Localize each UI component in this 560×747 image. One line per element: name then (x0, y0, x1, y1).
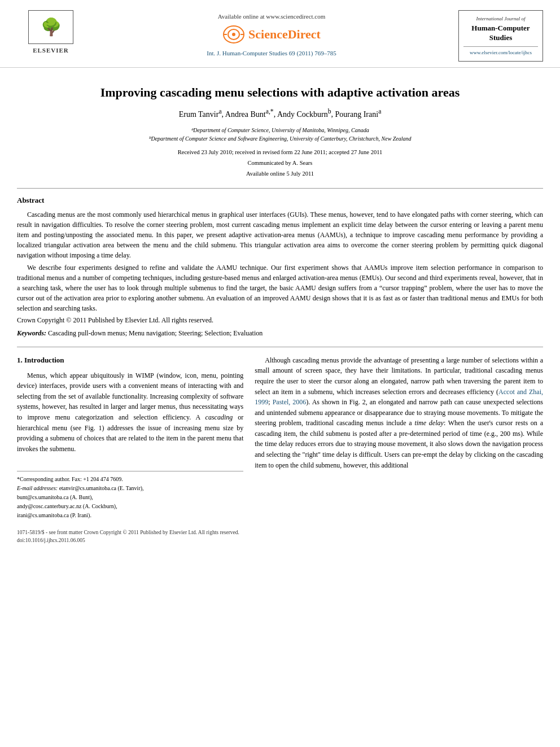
received-text: Received 23 July 2010; received in revis… (17, 147, 543, 158)
elsevier-logo-section: 🌳 ELSEVIER (17, 10, 85, 55)
keywords-line: Keywords: Cascading pull-down menus; Men… (17, 329, 543, 338)
divider-2 (17, 347, 543, 347)
sd-logo-icon (222, 25, 245, 45)
dates-info: Received 23 July 2010; received in revis… (17, 147, 543, 180)
page-wrapper: 🌳 ELSEVIER Available online at www.scien… (0, 0, 560, 747)
left-column: 1. Introduction Menus, which appear ubiq… (17, 355, 243, 521)
intro-paragraph-2: Although cascading menus provide the adv… (255, 355, 543, 471)
sciencedirect-logo: ScienceDirect (222, 25, 321, 45)
corresponding-footnote: *Corresponding author. Fax: +1 204 474 7… (17, 475, 243, 484)
journal-url: www.elsevier.com/locate/ijhcs (463, 46, 538, 56)
abstract-heading: Abstract (17, 195, 543, 206)
journal-link[interactable]: Int. J. Human-Computer Studies 69 (2011)… (207, 49, 336, 58)
communicated-text: Communicated by A. Sears (17, 158, 543, 169)
abstract-text: Cascading menus are the most commonly us… (17, 209, 543, 313)
intro-label: Introduction (24, 356, 64, 364)
sup-a3: a (378, 108, 381, 115)
footer-info: 1071-5819/$ - see front matter Crown Cop… (17, 529, 543, 545)
keywords-label: Keywords: (17, 329, 46, 337)
abstract-paragraph-2: We describe four experiments designed to… (17, 263, 543, 313)
journal-info-box: International Journal of Human-ComputerS… (458, 10, 543, 62)
copyright-text: Crown Copyright © 2011 Published by Else… (17, 316, 543, 325)
right-column: Although cascading menus provide the adv… (255, 355, 543, 521)
sd-name: ScienceDirect (248, 25, 321, 43)
email-2: bunt@cs.umanitoba.ca (A. Bunt), (17, 494, 93, 500)
header: 🌳 ELSEVIER Available online at www.scien… (0, 0, 560, 68)
divider-1 (17, 188, 543, 189)
intro-left-text: Menus, which appear ubiquitously in WIMP… (17, 370, 243, 455)
journal-large-label: Human-ComputerStudies (463, 24, 538, 43)
email-1: etanvir@cs.umanitoba.ca (E. Tanvir), (59, 485, 144, 491)
affiliation-a: ᵃDepartment of Computer Science, Univers… (17, 126, 543, 134)
intro-right-text: Although cascading menus provide the adv… (255, 355, 543, 471)
email-footnotes: E-mail addresses: etanvir@cs.umanitoba.c… (17, 484, 243, 520)
abstract-paragraph-1: Cascading menus are the most commonly us… (17, 209, 543, 260)
title-section: Improving cascading menu selections with… (17, 85, 543, 180)
ref-pastel[interactable]: Pastel, 2006 (273, 398, 307, 406)
elsevier-tree-icon: 🌳 (41, 15, 62, 40)
intro-number: 1. (17, 356, 23, 364)
article-title: Improving cascading menu selections with… (17, 85, 543, 101)
email-label: E-mail addresses: (17, 485, 58, 491)
two-column-section: 1. Introduction Menus, which appear ubiq… (17, 355, 543, 521)
sup-star: ,* (269, 108, 274, 115)
sup-b: b (328, 108, 331, 115)
sciencedirect-section: Available online at www.sciencedirect.co… (90, 10, 453, 58)
issn-line: 1071-5819/$ - see front matter Crown Cop… (17, 529, 543, 537)
keywords-values: Cascading pull-down menus; Menu navigati… (48, 329, 262, 337)
affiliation-b: ᵇDepartment of Computer Science and Soft… (17, 134, 543, 143)
sup-a: a (218, 108, 221, 115)
svg-point-2 (232, 33, 235, 36)
authors-line: Erum Tanvira, Andrea Bunta,*, Andy Cockb… (17, 107, 543, 120)
abstract-section: Abstract Cascading menus are the most co… (17, 195, 543, 339)
footnote-section: *Corresponding author. Fax: +1 204 474 7… (17, 471, 243, 520)
main-content: Improving cascading menu selections with… (0, 68, 560, 556)
intro-heading: 1. Introduction (17, 355, 243, 366)
available-text: Available online 5 July 2011 (17, 169, 543, 180)
intro-paragraph-1: Menus, which appear ubiquitously in WIMP… (17, 370, 243, 455)
elsevier-box: 🌳 (28, 10, 73, 44)
affiliations: ᵃDepartment of Computer Science, Univers… (17, 126, 543, 143)
journal-small-label: International Journal of (463, 15, 538, 23)
elsevier-label: ELSEVIER (33, 46, 69, 55)
available-online-text: Available online at www.sciencedirect.co… (218, 12, 326, 21)
email-3: andy@cosc.canterbury.ac.nz (A. Cockburn)… (17, 503, 117, 509)
email-4: irani@cs.umanitoba.ca (P. Irani). (17, 512, 91, 518)
doi-line: doi:10.1016/j.ijhcs.2011.06.005 (17, 537, 543, 545)
